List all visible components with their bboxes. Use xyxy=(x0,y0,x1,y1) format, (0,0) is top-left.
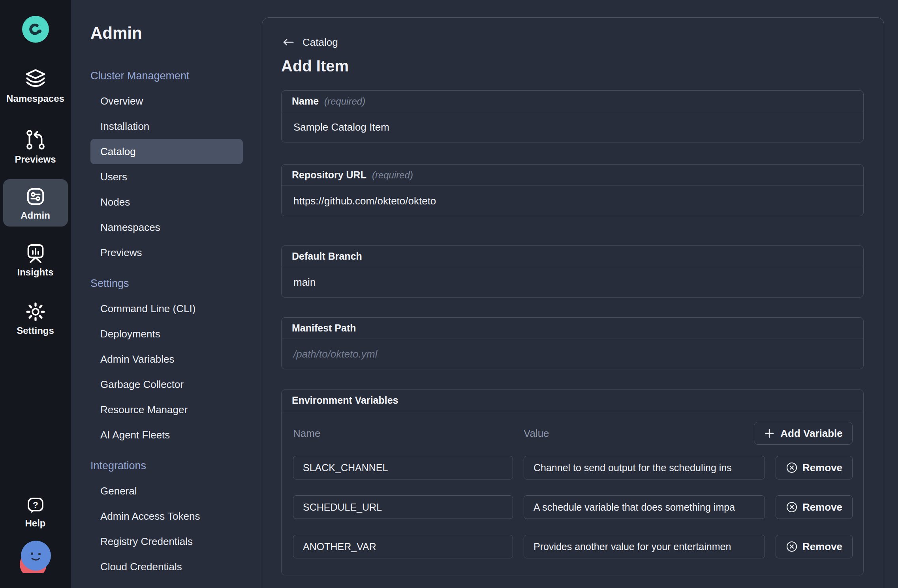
section-header: Settings xyxy=(90,271,261,296)
okteto-logo[interactable] xyxy=(22,16,49,43)
remove-variable-label: Remove xyxy=(802,541,842,553)
sidebar-item-admin-variables[interactable]: Admin Variables xyxy=(90,346,243,372)
repository-url-field-label: Repository URL xyxy=(292,169,366,181)
add-variable-label: Add Variable xyxy=(780,427,843,440)
env-value-column-header: Value xyxy=(524,427,754,440)
sidebar-item-resource-manager[interactable]: Resource Manager xyxy=(90,397,243,422)
rail-item-label: Namespaces xyxy=(6,93,64,104)
insights-chart-icon xyxy=(24,242,47,264)
sidebar-item-users[interactable]: Users xyxy=(90,164,243,189)
section-header: Integrations xyxy=(90,453,261,478)
rail-item-label: Insights xyxy=(17,267,53,278)
remove-variable-button[interactable]: Remove xyxy=(776,535,853,558)
sidebar-item-overview[interactable]: Overview xyxy=(90,88,243,114)
rail-item-admin[interactable]: Admin xyxy=(3,179,68,227)
env-variable-row: ANOTHER_VAR Provides another value for y… xyxy=(293,535,853,558)
environment-variables-label: Environment Variables xyxy=(292,395,398,406)
name-field-header: Name (required) xyxy=(282,91,863,112)
svg-text:?: ? xyxy=(33,500,38,510)
environment-variables-body: Name Value Add Variable SLACK_CHANNEL Ch… xyxy=(282,411,863,575)
sidebar-item-ai-agent-fleets[interactable]: AI Agent Fleets xyxy=(90,422,243,448)
rail-item-previews[interactable]: Previews xyxy=(3,124,68,169)
sidebar-item-registry-credentials[interactable]: Registry Credentials xyxy=(90,529,243,554)
sidebar-title: Admin xyxy=(90,22,261,44)
avatar-face-icon xyxy=(19,540,52,573)
name-field-group: Name (required) Sample Catalog Item xyxy=(281,90,864,142)
rail-item-label: Previews xyxy=(15,154,56,165)
name-input[interactable]: Sample Catalog Item xyxy=(282,112,863,142)
remove-variable-button[interactable]: Remove xyxy=(776,495,853,519)
sidebar-section-settings: Settings Command Line (CLI) Deployments … xyxy=(90,271,261,448)
manifest-path-field-group: Manifest Path /path/to/okteto.yml xyxy=(281,317,864,369)
breadcrumb-catalog-link[interactable]: Catalog xyxy=(302,36,338,49)
okteto-logo-icon xyxy=(26,20,45,38)
sidebar-item-nodes[interactable]: Nodes xyxy=(90,189,243,215)
default-branch-field-group: Default Branch main xyxy=(281,245,864,298)
env-name-input[interactable]: ANOTHER_VAR xyxy=(293,535,513,558)
remove-variable-label: Remove xyxy=(802,501,842,513)
repository-url-input[interactable]: https://github.com/okteto/okteto xyxy=(282,186,863,216)
rail-item-label: Settings xyxy=(17,325,54,336)
default-branch-input[interactable]: main xyxy=(282,267,863,297)
rail-item-settings[interactable]: Settings xyxy=(3,297,68,340)
sidebar-item-namespaces[interactable]: Namespaces xyxy=(90,215,243,240)
environment-variables-header: Environment Variables xyxy=(282,390,863,411)
sidebar-item-deployments[interactable]: Deployments xyxy=(90,321,243,346)
env-value-input[interactable]: Channel to send output for the schedulin… xyxy=(524,456,765,479)
circle-x-icon xyxy=(786,501,798,513)
env-name-input[interactable]: SLACK_CHANNEL xyxy=(293,456,513,479)
add-variable-button[interactable]: Add Variable xyxy=(754,422,853,445)
env-value-input[interactable]: A schedule variable that does something … xyxy=(524,495,765,519)
env-name-column-header: Name xyxy=(293,427,524,440)
remove-variable-button[interactable]: Remove xyxy=(776,456,853,479)
help-question-icon: ? xyxy=(25,496,46,515)
required-hint: (required) xyxy=(372,170,413,181)
rail-item-namespaces[interactable]: Namespaces xyxy=(3,63,68,108)
namespaces-layers-icon xyxy=(23,67,48,91)
back-button[interactable] xyxy=(281,37,294,47)
sidebar-item-command-line-cli[interactable]: Command Line (CLI) xyxy=(90,296,243,321)
user-avatar[interactable] xyxy=(19,540,52,573)
manifest-path-field-label: Manifest Path xyxy=(292,322,356,334)
sidebar-item-installation[interactable]: Installation xyxy=(90,114,243,139)
admin-sidebar: Admin Cluster Management Overview Instal… xyxy=(71,0,261,588)
rail-item-label: Admin xyxy=(21,210,50,221)
required-hint: (required) xyxy=(324,96,365,107)
plus-icon xyxy=(764,428,775,439)
rail-item-label: Help xyxy=(25,518,45,529)
page-title: Add Item xyxy=(281,56,864,76)
env-variable-row: SCHEDULE_URL A schedule variable that do… xyxy=(293,495,853,519)
add-item-panel: Catalog Add Item Name (required) Sample … xyxy=(262,17,884,588)
rail-item-help[interactable]: ? Help xyxy=(3,492,68,533)
section-header: Cluster Management xyxy=(90,63,261,88)
manifest-path-input[interactable]: /path/to/okteto.yml xyxy=(282,339,863,369)
circle-x-icon xyxy=(786,462,798,474)
sidebar-section-integrations: Integrations General Admin Access Tokens… xyxy=(90,453,261,579)
default-branch-field-header: Default Branch xyxy=(282,246,863,267)
circle-x-icon xyxy=(786,541,798,552)
env-value-input[interactable]: Provides another value for your entertai… xyxy=(524,535,765,558)
previews-branch-icon xyxy=(24,128,47,152)
icon-rail: Namespaces Previews Admin xyxy=(0,0,71,588)
remove-variable-label: Remove xyxy=(802,462,842,474)
sidebar-section-cluster-management: Cluster Management Overview Installation… xyxy=(90,63,261,265)
sidebar-item-admin-access-tokens[interactable]: Admin Access Tokens xyxy=(90,504,243,529)
env-toolbar: Name Value Add Variable xyxy=(293,422,853,445)
settings-gear-icon xyxy=(24,301,47,323)
name-field-label: Name xyxy=(292,96,319,107)
repository-url-field-group: Repository URL (required) https://github… xyxy=(281,164,864,216)
admin-sliders-icon xyxy=(24,185,47,208)
environment-variables-group: Environment Variables Name Value Add Var… xyxy=(281,390,864,575)
default-branch-field-label: Default Branch xyxy=(292,251,362,262)
rail-item-insights[interactable]: Insights xyxy=(3,238,68,282)
sidebar-item-previews[interactable]: Previews xyxy=(90,240,243,265)
back-arrow-icon xyxy=(281,37,294,47)
repository-url-field-header: Repository URL (required) xyxy=(282,165,863,186)
env-name-input[interactable]: SCHEDULE_URL xyxy=(293,495,513,519)
sidebar-item-cloud-credentials[interactable]: Cloud Credentials xyxy=(90,554,243,579)
sidebar-item-general[interactable]: General xyxy=(90,478,243,504)
sidebar-item-catalog[interactable]: Catalog xyxy=(90,139,243,164)
sidebar-item-garbage-collector[interactable]: Garbage Collector xyxy=(90,372,243,397)
breadcrumb: Catalog xyxy=(281,35,864,49)
manifest-path-field-header: Manifest Path xyxy=(282,318,863,339)
